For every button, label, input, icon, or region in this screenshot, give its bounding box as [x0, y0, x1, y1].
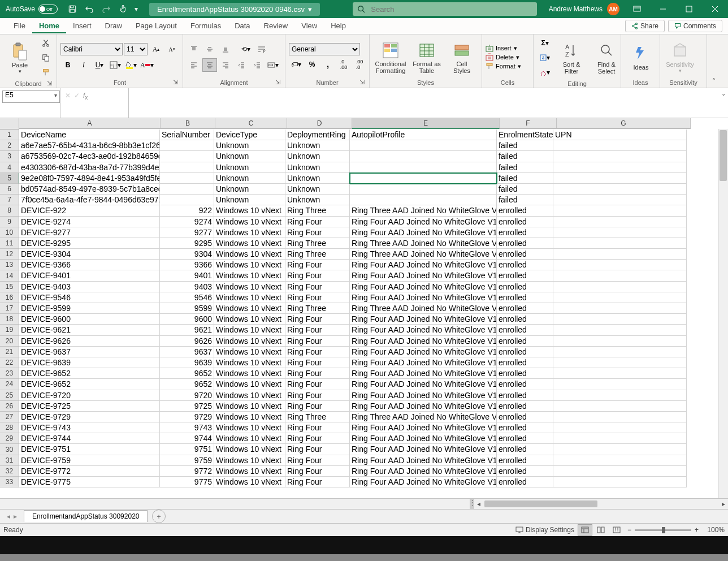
- align-right-button[interactable]: [218, 58, 233, 72]
- format-cells-button[interactable]: Format ▾: [486, 62, 521, 70]
- cell[interactable]: Windows 10 vNext: [214, 260, 285, 270]
- cell[interactable]: Ring Four: [285, 325, 350, 335]
- row-header[interactable]: 12: [0, 249, 19, 260]
- cell[interactable]: 9304: [160, 249, 214, 260]
- cell[interactable]: enrolled: [497, 270, 553, 281]
- fill-button[interactable]: ▾: [537, 51, 553, 64]
- cell[interactable]: enrolled: [497, 357, 553, 368]
- cell[interactable]: 9725: [160, 401, 214, 412]
- cell[interactable]: enrolled: [497, 282, 553, 292]
- cell[interactable]: a6753569-02c7-4ec3-ae0d-192b84659de0: [19, 151, 160, 162]
- cell[interactable]: Unknown: [214, 184, 285, 195]
- cell[interactable]: enrolled: [497, 260, 553, 270]
- decrease-decimal-button[interactable]: .00.0: [352, 58, 367, 71]
- row-header[interactable]: 24: [0, 379, 19, 390]
- cell[interactable]: Windows 10 vNext: [214, 379, 285, 390]
- tab-insert[interactable]: Insert: [66, 19, 98, 33]
- row-header[interactable]: 19: [0, 325, 19, 335]
- cell[interactable]: [553, 412, 687, 422]
- maximize-button[interactable]: [676, 0, 702, 18]
- cell[interactable]: Unknown: [214, 151, 285, 162]
- cell[interactable]: Unknown: [285, 162, 350, 173]
- cell[interactable]: Windows 10 vNext: [214, 357, 285, 368]
- cell[interactable]: failed: [497, 173, 553, 184]
- cell[interactable]: DEVICE-9277: [19, 227, 160, 238]
- cell[interactable]: DEVICE-922: [19, 205, 160, 216]
- cell[interactable]: EnrolmentState: [497, 130, 553, 140]
- cell[interactable]: Windows 10 vNext: [214, 368, 285, 379]
- cell[interactable]: Ring Four: [285, 390, 350, 401]
- find-select-button[interactable]: Find & Select: [590, 40, 623, 76]
- save-icon[interactable]: [64, 1, 80, 17]
- cell[interactable]: DEVICE-9652: [19, 379, 160, 390]
- cell[interactable]: [553, 379, 687, 390]
- cancel-formula-icon[interactable]: ✕: [65, 92, 71, 100]
- user-account[interactable]: Andrew Matthews AM: [544, 3, 624, 15]
- row-header[interactable]: 2: [0, 140, 19, 151]
- cell[interactable]: Ring Four: [285, 368, 350, 379]
- cell[interactable]: DEVICE-9403: [19, 282, 160, 292]
- cell[interactable]: 9652: [160, 368, 214, 379]
- cell[interactable]: Unknown: [285, 151, 350, 162]
- cell[interactable]: enrolled: [497, 433, 553, 444]
- cell[interactable]: 9720: [160, 390, 214, 401]
- wrap-text-button[interactable]: [254, 42, 269, 56]
- dialog-launcher-icon[interactable]: ⇲: [359, 79, 365, 86]
- row-header[interactable]: 11: [0, 238, 19, 249]
- cell[interactable]: Ring Four: [285, 282, 350, 292]
- cell[interactable]: Unknown: [285, 184, 350, 195]
- cell[interactable]: Ring Three AAD Joined No WhiteGlove V1: [350, 238, 497, 249]
- cell[interactable]: Ring Four AAD Joined No WhiteGlove V1: [350, 260, 497, 270]
- cell[interactable]: enrolled: [497, 303, 553, 314]
- cell[interactable]: Windows 10 vNext: [214, 238, 285, 249]
- insert-cells-button[interactable]: Insert ▾: [486, 44, 521, 52]
- zoom-out-button[interactable]: −: [627, 526, 631, 534]
- increase-decimal-button[interactable]: .0.00: [336, 58, 351, 71]
- cell[interactable]: [553, 401, 687, 412]
- cell[interactable]: Unknown: [214, 195, 285, 205]
- cell[interactable]: [553, 173, 687, 184]
- display-settings-button[interactable]: Display Settings: [515, 526, 574, 534]
- italic-button[interactable]: I: [76, 58, 91, 72]
- cell[interactable]: Ring Three AAD Joined No WhiteGlove V1: [350, 249, 497, 260]
- clear-button[interactable]: ▾: [537, 66, 553, 79]
- cell[interactable]: enrolled: [497, 227, 553, 238]
- cell[interactable]: [553, 184, 687, 195]
- cell[interactable]: 9626: [160, 336, 214, 347]
- cell[interactable]: enrolled: [497, 379, 553, 390]
- align-center-button[interactable]: [202, 58, 217, 72]
- zoom-in-button[interactable]: +: [695, 526, 699, 534]
- copy-button[interactable]: [38, 51, 53, 64]
- cell[interactable]: 9277: [160, 227, 214, 238]
- cell[interactable]: 9e2e08f0-7597-4894-8e41-953a49fd5fe2: [19, 173, 160, 184]
- row-header[interactable]: 15: [0, 282, 19, 292]
- cell[interactable]: Ring Three: [285, 205, 350, 216]
- tab-view[interactable]: View: [294, 19, 324, 33]
- cell[interactable]: 7f0ce45a-6a4a-4fe7-9844-0496d63e972f: [19, 195, 160, 205]
- search-box[interactable]: [353, 2, 537, 16]
- cell[interactable]: [553, 477, 687, 487]
- select-all-button[interactable]: [0, 118, 19, 130]
- cell[interactable]: [553, 282, 687, 292]
- cell[interactable]: Ring Four: [285, 422, 350, 433]
- cell[interactable]: 9751: [160, 444, 214, 455]
- worksheet-grid[interactable]: ABCDEFG 1DeviceNameSerialNumberDeviceTyp…: [0, 118, 728, 498]
- cell[interactable]: DEVICE-9621: [19, 325, 160, 335]
- cell[interactable]: Windows 10 vNext: [214, 205, 285, 216]
- cell[interactable]: Ring Four AAD Joined No WhiteGlove V1: [350, 282, 497, 292]
- cell[interactable]: Windows 10 vNext: [214, 444, 285, 455]
- cell[interactable]: enrolled: [497, 412, 553, 422]
- cell[interactable]: DEVICE-9295: [19, 238, 160, 249]
- cell[interactable]: enrolled: [497, 205, 553, 216]
- formula-input[interactable]: [129, 88, 728, 118]
- cell[interactable]: Windows 10 vNext: [214, 227, 285, 238]
- cell[interactable]: Ring Four AAD Joined No WhiteGlove V1: [350, 401, 497, 412]
- cell[interactable]: [553, 390, 687, 401]
- column-header[interactable]: B: [161, 118, 215, 129]
- row-header[interactable]: 25: [0, 390, 19, 401]
- scroll-left-button[interactable]: ◂: [474, 499, 483, 509]
- cell[interactable]: 9403: [160, 282, 214, 292]
- cell[interactable]: [553, 357, 687, 368]
- cell[interactable]: 9652: [160, 379, 214, 390]
- cell-styles-button[interactable]: Cell Styles: [445, 39, 478, 75]
